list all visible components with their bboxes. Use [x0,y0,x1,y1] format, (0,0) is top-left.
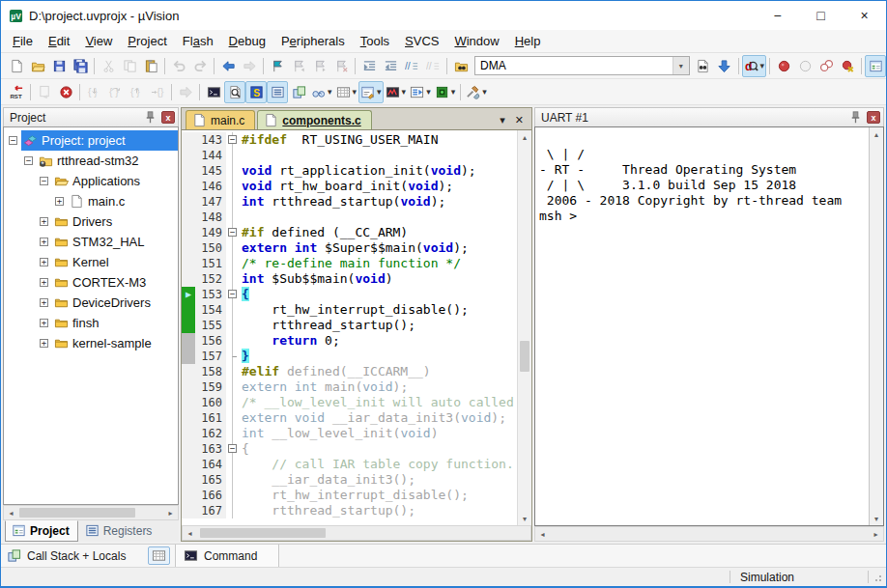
debug-find-button[interactable]: d▾ [742,55,766,77]
scroll-up-arrow[interactable]: ▴ [518,130,531,144]
scroll-right-arrow[interactable]: ▸ [163,506,178,519]
code-text[interactable]: extern int main(void); [239,379,517,395]
code-text[interactable]: rt_hw_interrupt_disable(); [239,302,517,318]
comment-selection-button[interactable]: // [401,55,422,77]
menu-view[interactable]: View [77,32,120,50]
code-text[interactable] [239,148,517,163]
disassembly-window-button[interactable] [224,81,245,103]
code-lines[interactable]: 143−#ifdef RT_USING_USER_MAIN144145void … [182,130,517,525]
save-button[interactable] [48,55,70,77]
resize-grip[interactable] [869,572,886,583]
incremental-find-button[interactable] [714,55,735,77]
pin-icon[interactable] [848,110,863,125]
menu-flash[interactable]: Flash [175,32,221,50]
code-text[interactable]: rtthread_startup(); [239,318,517,333]
expand-toggle[interactable]: + [40,238,48,246]
navigate-back-button[interactable] [217,55,239,77]
indent-button[interactable] [358,55,380,77]
tab-close-icon[interactable]: ✕ [515,115,524,126]
code-text[interactable]: int $Sub$$main(void) [239,271,517,287]
toggle-breakpoint-button[interactable] [773,55,794,77]
fold-collapse-icon[interactable]: − [228,444,237,453]
reset-cpu-button[interactable]: RST [6,81,27,103]
tree-item-main-c[interactable]: +main.c [4,191,178,211]
expand-toggle[interactable]: + [40,298,48,307]
code-text[interactable]: void rt_hw_board_init(void); [239,179,517,194]
editor-hscrollbar[interactable]: ◂ [182,525,531,541]
editor-vscrollbar[interactable]: ▴ ▾ [517,130,531,525]
project-panel-close-button[interactable]: x [161,111,175,124]
unindent-button[interactable] [380,55,401,77]
run-to-cursor-button[interactable]: {} [147,81,168,103]
tree-item-project-project[interactable]: −Project: project [4,130,178,151]
fold-collapse-icon[interactable]: − [228,135,237,144]
fold-collapse-icon[interactable]: − [228,228,237,237]
code-text[interactable]: void rt_application_init(void); [239,163,517,179]
menu-edit[interactable]: Edit [41,32,77,50]
uart-vscrollbar[interactable]: ▴ ▾ [869,127,883,525]
code-text[interactable]: #elif defined(__ICCARM__) [239,364,517,379]
find-in-files-button[interactable] [450,55,472,77]
code-text[interactable]: rtthread_startup(); [239,503,517,518]
maximize-button[interactable]: □ [799,1,843,30]
open-folder-button[interactable] [27,55,48,77]
disable-all-breakpoints-button[interactable] [815,55,837,77]
menu-file[interactable]: File [5,32,41,50]
project-hscrollbar[interactable]: ◂ ▸ [3,505,179,520]
watch-window-button[interactable]: ▾ [309,81,334,103]
new-file-button[interactable] [6,55,27,77]
memory-window-button[interactable]: ▾ [334,81,359,103]
expand-toggle[interactable]: + [40,339,48,348]
serial-window-button[interactable]: ▾ [358,81,384,103]
expand-toggle[interactable]: + [40,217,48,226]
tree-item-cortex-m3[interactable]: +CORTEX-M3 [4,272,178,293]
tree-item-applications[interactable]: −Applications [4,171,178,191]
expand-toggle[interactable]: + [40,258,48,266]
tree-item-kernel[interactable]: +Kernel [4,252,178,272]
step-into-button[interactable]: { } [83,81,104,103]
scroll-down-arrow[interactable]: ▾ [518,512,531,525]
uart-panel-close-button[interactable]: x [867,111,880,124]
code-text[interactable]: #ifdef RT_USING_USER_MAIN [239,132,517,148]
navigate-forward-button[interactable] [239,55,260,77]
scrollbar-thumb[interactable] [19,508,135,518]
code-text[interactable]: } [239,349,517,364]
uart-hscrollbar[interactable]: ◂ ▸ [534,526,884,542]
save-all-button[interactable] [70,55,91,77]
menu-debug[interactable]: Debug [221,32,273,50]
previous-bookmark-button[interactable] [288,55,309,77]
code-text[interactable]: /* re-define main function */ [239,256,517,271]
system-viewer-button[interactable]: ▾ [433,81,458,103]
clear-bookmarks-button[interactable] [330,55,352,77]
code-text[interactable] [239,210,517,225]
code-text[interactable]: #if defined (__CC_ARM) [239,225,517,240]
step-over-button[interactable]: { } [104,81,126,103]
toolbox-button[interactable]: ▾ [464,81,489,103]
menu-window[interactable]: Window [446,32,506,50]
call-stack-window-button[interactable] [288,81,309,103]
tab-list-dropdown-icon[interactable]: ▾ [500,115,505,126]
tree-item-rtthread-stm32[interactable]: −*rtthread-stm32 [4,151,178,171]
menu-tools[interactable]: Tools [353,32,397,50]
command-tab[interactable]: Command [176,545,279,567]
scroll-up-arrow[interactable]: ▴ [870,127,883,141]
panel-tab-project[interactable]: Project [5,520,78,542]
menu-project[interactable]: Project [120,32,174,50]
scroll-left-arrow[interactable]: ◂ [4,506,18,519]
paste-button[interactable] [140,55,161,77]
call-stack-strip[interactable]: Call Stack + Locals [1,545,176,567]
symbols-window-button[interactable]: S [245,81,267,103]
kill-all-breakpoints-button[interactable] [837,55,858,77]
close-button[interactable]: × [843,1,886,30]
next-bookmark-button[interactable] [309,55,330,77]
find-button[interactable] [693,55,714,77]
analysis-window-button[interactable]: ▾ [384,81,409,103]
uncomment-selection-button[interactable]: // [422,55,444,77]
expand-toggle[interactable]: + [40,278,48,287]
scroll-right-arrow[interactable]: ▸ [869,527,883,541]
menu-peripherals[interactable]: Peripherals [273,32,353,50]
tree-item-stm32-hal[interactable]: +STM32_HAL [4,232,178,252]
code-text[interactable]: /* __low_level_init will auto called by … [239,395,517,410]
registers-window-button[interactable] [267,81,288,103]
expand-toggle[interactable]: − [40,177,48,185]
